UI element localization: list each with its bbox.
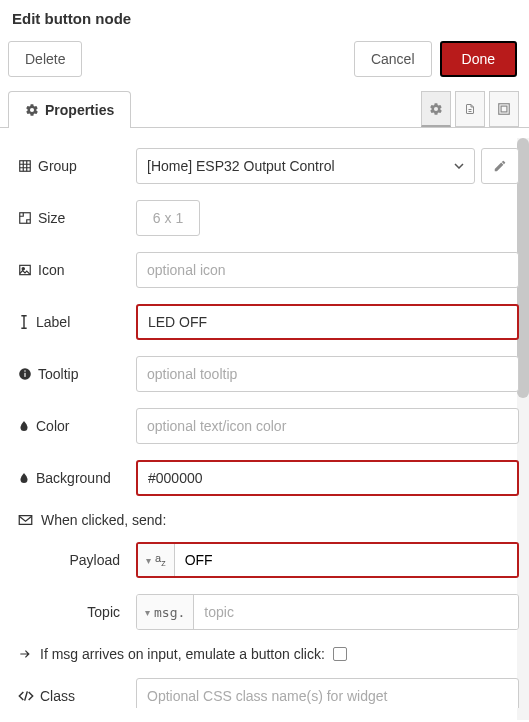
- tab-doc-icon-button[interactable]: [455, 91, 485, 127]
- tint-icon: [18, 471, 30, 485]
- icon-label: Icon: [38, 262, 64, 278]
- payload-label: Payload: [18, 552, 128, 568]
- done-button[interactable]: Done: [440, 41, 517, 77]
- class-input[interactable]: [136, 678, 519, 708]
- info-icon: [18, 367, 32, 381]
- svg-point-5: [22, 268, 24, 270]
- dialog-title: Edit button node: [0, 0, 529, 35]
- when-clicked-label: When clicked, send:: [41, 512, 166, 528]
- label-input[interactable]: [136, 304, 519, 340]
- cursor-icon: [18, 314, 30, 330]
- payload-type-button[interactable]: ▾ az: [138, 544, 175, 576]
- payload-typed-input: ▾ az: [136, 542, 519, 578]
- svg-rect-2: [20, 161, 31, 172]
- tint-icon: [18, 419, 30, 433]
- code-icon: [18, 690, 34, 702]
- svg-rect-3: [20, 213, 31, 224]
- label-label: Label: [36, 314, 70, 330]
- class-label: Class: [40, 688, 75, 704]
- tab-layout-icon-button[interactable]: [489, 91, 519, 127]
- group-label: Group: [38, 158, 77, 174]
- group-select-value: [Home] ESP32 Output Control: [147, 158, 335, 174]
- header-actions: Delete Cancel Done: [0, 35, 529, 91]
- group-select[interactable]: [Home] ESP32 Output Control: [136, 148, 475, 184]
- tab-properties[interactable]: Properties: [8, 91, 131, 128]
- image-icon: [18, 263, 32, 277]
- tooltip-input[interactable]: [136, 356, 519, 392]
- topic-type-button[interactable]: ▾ msg.: [137, 595, 194, 629]
- svg-rect-1: [501, 106, 507, 112]
- caret-down-icon: ▾: [145, 607, 150, 618]
- emulate-label: If msg arrives on input, emulate a butto…: [40, 646, 325, 662]
- size-button[interactable]: 6 x 1: [136, 200, 200, 236]
- string-type-icon: az: [155, 554, 166, 566]
- size-label: Size: [38, 210, 65, 226]
- tab-settings-icon-button[interactable]: [421, 91, 451, 127]
- resize-icon: [18, 211, 32, 225]
- topic-label: Topic: [18, 604, 128, 620]
- color-input[interactable]: [136, 408, 519, 444]
- color-label: Color: [36, 418, 69, 434]
- cancel-button[interactable]: Cancel: [354, 41, 432, 77]
- emulate-checkbox[interactable]: [333, 647, 347, 661]
- grid-icon: [18, 159, 32, 173]
- tooltip-label: Tooltip: [38, 366, 78, 382]
- caret-down-icon: ▾: [146, 555, 151, 566]
- topic-typed-input: ▾ msg.: [136, 594, 519, 630]
- svg-rect-0: [499, 104, 510, 115]
- envelope-icon: [18, 514, 33, 526]
- topic-input[interactable]: [194, 595, 518, 629]
- svg-rect-7: [24, 373, 25, 377]
- svg-point-8: [24, 370, 26, 372]
- form-area: Group [Home] ESP32 Output Control Size 6…: [0, 128, 529, 708]
- icon-input[interactable]: [136, 252, 519, 288]
- background-input[interactable]: [136, 460, 519, 496]
- background-label: Background: [36, 470, 111, 486]
- tab-properties-label: Properties: [45, 102, 114, 118]
- gear-icon: [25, 103, 39, 117]
- chevron-down-icon: [454, 163, 464, 169]
- arrow-right-icon: [18, 647, 32, 661]
- payload-input[interactable]: [175, 544, 517, 576]
- delete-button[interactable]: Delete: [8, 41, 82, 77]
- svg-rect-9: [19, 516, 32, 525]
- tabs: Properties: [0, 91, 529, 128]
- msg-type-icon: msg.: [154, 605, 185, 620]
- edit-group-button[interactable]: [481, 148, 519, 184]
